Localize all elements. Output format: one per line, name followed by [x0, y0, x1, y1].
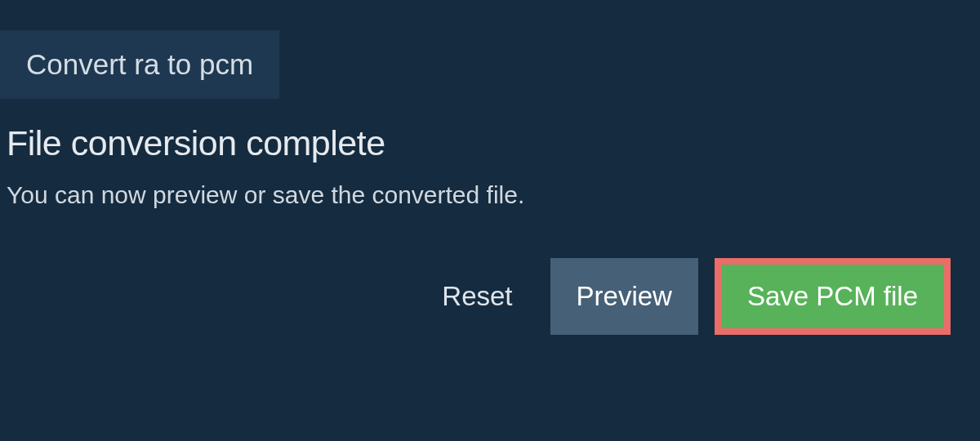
save-button-highlight: Save PCM file — [715, 258, 951, 335]
tab-bar: Convert ra to pcm — [0, 0, 980, 99]
page-description: You can now preview or save the converte… — [7, 181, 973, 209]
save-button[interactable]: Save PCM file — [721, 265, 944, 328]
preview-button[interactable]: Preview — [550, 258, 698, 335]
action-row: Reset Preview Save PCM file — [7, 258, 973, 368]
page-title: File conversion complete — [7, 123, 973, 163]
reset-button[interactable]: Reset — [425, 268, 528, 325]
main-content: File conversion complete You can now pre… — [0, 99, 980, 368]
app-container: Convert ra to pcm File conversion comple… — [0, 0, 980, 368]
tab-convert[interactable]: Convert ra to pcm — [0, 30, 279, 99]
